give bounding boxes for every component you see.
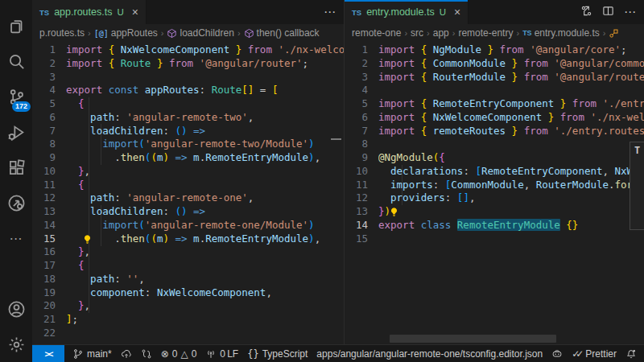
- line-number[interactable]: 12: [32, 191, 66, 205]
- line-number[interactable]: 15: [32, 232, 66, 246]
- line-number[interactable]: 10: [345, 165, 378, 179]
- line-number[interactable]: 10: [32, 165, 66, 179]
- breadcrumb-item[interactable]: remote-entry: [458, 27, 513, 39]
- compare-changes-item[interactable]: [141, 348, 152, 360]
- breadcrumb-item[interactable]: app: [433, 27, 449, 39]
- publish-changes-item[interactable]: [121, 348, 132, 360]
- code-line[interactable]: 9 .then((m) => m.RemoteEntryModule),: [32, 151, 344, 165]
- breadcrumb-item[interactable]: src: [411, 27, 423, 39]
- line-number[interactable]: 9: [32, 151, 66, 165]
- code-line[interactable]: 7 loadChildren: () =>: [32, 125, 344, 138]
- line-number[interactable]: 6: [32, 111, 66, 125]
- code-line[interactable]: 10 declarations: [RemoteEntryComponent, …: [345, 165, 644, 179]
- code-line[interactable]: 14export class RemoteEntryModule {}: [345, 219, 644, 232]
- line-number[interactable]: 9: [345, 151, 378, 165]
- code-line[interactable]: 16 },: [32, 245, 344, 259]
- line-number[interactable]: 13: [32, 205, 66, 219]
- line-number[interactable]: 19: [32, 286, 66, 300]
- lightbulb-icon[interactable]: [82, 234, 93, 245]
- breadcrumb-item[interactable]: p.routes.ts: [39, 27, 85, 39]
- code-line[interactable]: 5import { RemoteEntryComponent } from '.…: [345, 97, 644, 111]
- copilot-item[interactable]: [551, 348, 563, 360]
- line-number[interactable]: 2: [345, 57, 378, 71]
- line-number[interactable]: 13: [345, 205, 378, 219]
- code-line[interactable]: 9@NgModule({: [345, 151, 644, 165]
- line-number[interactable]: 7: [345, 125, 378, 138]
- tsconfig-item[interactable]: apps/angular/angular-remote-one/tsconfig…: [316, 348, 543, 360]
- line-number[interactable]: 5: [345, 97, 378, 111]
- problems-item[interactable]: ⊗ 0 △ 0: [161, 348, 197, 360]
- tab-entry-module[interactable]: TS entry.module.ts U ×: [345, 0, 469, 24]
- line-number[interactable]: 17: [32, 259, 66, 273]
- code-line[interactable]: 3import { RouterModule } from '@angular/…: [345, 71, 644, 84]
- code-line[interactable]: 15 .then((m) => m.RemoteEntryModule),: [32, 232, 344, 246]
- code-line[interactable]: 1import { NxWelcomeComponent } from './n…: [32, 43, 344, 57]
- breadcrumb-item[interactable]: remote-one: [352, 27, 401, 39]
- formatter-item[interactable]: ✓✓ Prettier: [572, 348, 617, 360]
- line-number[interactable]: 11: [32, 179, 66, 192]
- code-line[interactable]: 17 {: [32, 259, 344, 273]
- code-line[interactable]: 6import { NxWelcomeComponent } from './n…: [345, 111, 644, 125]
- code-line[interactable]: 7import { remoteRoutes } from './entry.r…: [345, 125, 644, 138]
- line-number[interactable]: 2: [32, 57, 66, 71]
- line-number[interactable]: 16: [32, 245, 66, 259]
- line-number[interactable]: 18: [32, 273, 66, 286]
- code-line[interactable]: 11 {: [32, 179, 344, 192]
- code-line[interactable]: 2import { CommonModule } from '@angular/…: [345, 57, 644, 71]
- code-line[interactable]: 18 path: '',: [32, 273, 344, 286]
- line-number[interactable]: 14: [345, 219, 378, 232]
- more-actions-icon[interactable]: ⋯: [324, 5, 336, 19]
- line-number[interactable]: 4: [32, 84, 66, 97]
- breadcrumb-item[interactable]: [609, 28, 619, 39]
- settings-icon[interactable]: [0, 327, 32, 362]
- code-line[interactable]: 1import { NgModule } from '@angular/core…: [345, 43, 644, 57]
- line-number[interactable]: 8: [345, 138, 378, 151]
- source-control-icon[interactable]: 172: [0, 79, 32, 114]
- line-number[interactable]: 21: [32, 313, 66, 327]
- code-line[interactable]: 21];: [32, 313, 344, 327]
- breadcrumb-item[interactable]: then() callback: [244, 27, 320, 39]
- code-line[interactable]: 5 {: [32, 97, 344, 111]
- split-editor-icon[interactable]: [602, 5, 614, 20]
- line-number[interactable]: 1: [345, 43, 378, 57]
- ports-item[interactable]: 0: [205, 348, 225, 360]
- line-number[interactable]: 3: [345, 71, 378, 84]
- code-line[interactable]: 4: [345, 84, 644, 97]
- line-number[interactable]: 12: [345, 191, 378, 205]
- language-mode-item[interactable]: {} TypeScript: [247, 348, 308, 360]
- line-number[interactable]: 6: [345, 111, 378, 125]
- breadcrumb-item[interactable]: [@]appRoutes: [94, 27, 158, 39]
- line-number[interactable]: 3: [32, 71, 66, 84]
- remote-indicator[interactable]: ><: [32, 345, 64, 362]
- close-icon[interactable]: ×: [132, 6, 138, 19]
- horizontal-scrollbar[interactable]: [390, 335, 556, 343]
- line-number[interactable]: 22: [32, 327, 66, 340]
- breadcrumb-item[interactable]: loadChildren: [167, 27, 233, 39]
- line-number[interactable]: 8: [32, 138, 66, 151]
- code-line[interactable]: 20 },: [32, 299, 344, 313]
- code-line[interactable]: 8 import('angular-remote-two/Module'): [32, 138, 344, 151]
- code-line[interactable]: 15: [345, 232, 644, 246]
- line-number[interactable]: 15: [345, 232, 378, 246]
- breadcrumb-item[interactable]: TSentry.module.ts: [522, 27, 600, 39]
- code-line[interactable]: 8: [345, 138, 644, 151]
- search-icon[interactable]: [0, 43, 32, 79]
- lightbulb-icon[interactable]: [389, 207, 399, 217]
- nx-console-icon[interactable]: [0, 185, 32, 220]
- code-line[interactable]: 4export const appRoutes: Route[] = [: [32, 84, 344, 97]
- line-number[interactable]: 1: [32, 43, 66, 57]
- code-line[interactable]: 2import { Route } from '@angular/router'…: [32, 57, 344, 71]
- close-icon[interactable]: ×: [454, 6, 460, 19]
- account-icon[interactable]: [0, 291, 32, 327]
- open-changes-icon[interactable]: [580, 5, 592, 20]
- notifications-item[interactable]: [625, 348, 637, 360]
- line-number[interactable]: 14: [32, 219, 66, 232]
- line-number[interactable]: 5: [32, 97, 66, 111]
- code-line[interactable]: 11 imports: [CommonModule, RouterModule.…: [345, 179, 644, 192]
- line-number[interactable]: 4: [345, 84, 378, 97]
- eol-item[interactable]: LF: [227, 348, 238, 360]
- more-icon[interactable]: ⋯: [0, 220, 32, 256]
- code-line[interactable]: 14 import('angular-remote-one/Module'): [32, 219, 344, 232]
- line-number[interactable]: 20: [32, 299, 66, 313]
- run-debug-icon[interactable]: [0, 114, 32, 150]
